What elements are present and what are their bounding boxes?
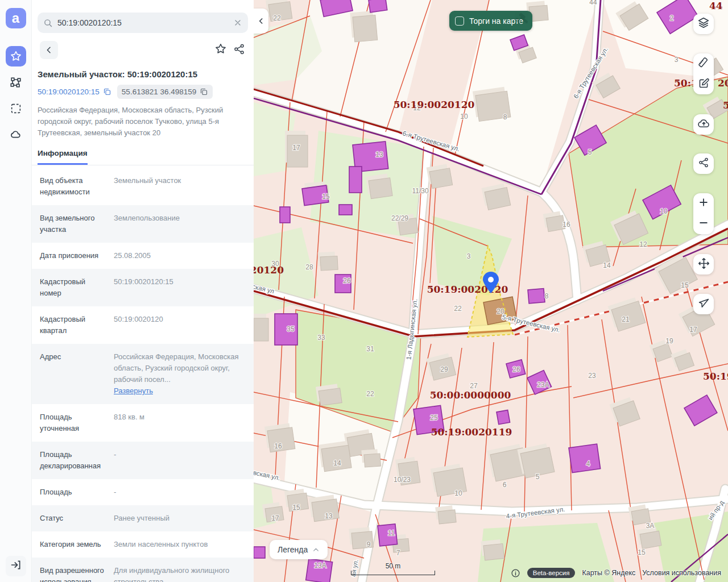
parcel-chips: 50:19:0020120:15 55.613821 36.498159 [38, 85, 248, 99]
info-row-label: Кадастровый номер [40, 276, 114, 299]
parcel-number: 15 [681, 281, 689, 289]
cadastral-quarter-label: 50:19:0020120 [394, 99, 475, 110]
logout-button[interactable] [6, 556, 26, 576]
polygon-tool-button[interactable] [6, 72, 26, 93]
info-row-value: Землепользование [114, 213, 246, 235]
select-area-tool-button[interactable] [6, 98, 26, 119]
building-capital [280, 207, 290, 223]
info-table-row: Адрес Российская Федерация, Московская о… [32, 344, 254, 404]
info-row-label: Вид разрешенного использования [40, 565, 114, 582]
info-row-label: Категория земель [40, 539, 114, 550]
parcel-number: 22 [454, 305, 462, 313]
parcel-number: 17 [689, 326, 697, 334]
parcel-number: 5 [588, 148, 592, 156]
coordinates-chip[interactable]: 55.613821 36.498159 [117, 85, 213, 99]
upload-control [693, 114, 714, 135]
back-button[interactable] [40, 41, 58, 59]
map-viewport[interactable]: 6-я Трутеевская ул.6-я Трутеевская ул.1-… [254, 0, 728, 582]
parcel-number: 33 [317, 334, 325, 342]
draw-edit-button[interactable] [693, 74, 714, 94]
trades-on-map-toggle[interactable]: Торги на карте [449, 11, 532, 31]
parcel-number: 7 [396, 549, 400, 557]
info-table-row: Вид земельного участка Землепользование [32, 205, 254, 243]
parcel-info-panel: Земельный участок: 50:19:0020120:15 50:1… [32, 0, 254, 582]
copy-icon[interactable] [103, 88, 111, 96]
info-row-label: Площадь декларированная [40, 449, 114, 472]
search-input[interactable] [57, 18, 233, 27]
parcel-number: 14 [333, 459, 341, 467]
parcel-number: 27 [470, 382, 478, 390]
map-copyright[interactable]: Карты © Яндекс [582, 569, 635, 577]
panel-header [40, 41, 248, 59]
parcel-number: 8 [545, 292, 549, 300]
share-icon [233, 43, 245, 57]
parcel-number: 16 [274, 442, 282, 450]
favorites-tool-button[interactable] [6, 46, 26, 66]
polygon-icon [10, 76, 22, 89]
cadastral-quarter-label: 5 [723, 99, 728, 111]
cloud-icon [10, 128, 22, 141]
building-capital [369, 0, 387, 13]
parcel-number: 29 [440, 365, 448, 373]
tab-bar: Информация [32, 148, 254, 165]
measure-draw-control [693, 53, 714, 94]
exit-icon [10, 559, 22, 573]
pan-button[interactable] [693, 254, 714, 275]
building-capital [254, 547, 265, 558]
cloud-upload-button[interactable] [693, 114, 714, 135]
star-icon [10, 50, 22, 63]
beta-badge[interactable]: Beta-версия [527, 568, 576, 578]
parcel-number: 44 [589, 0, 597, 6]
parcel-number: 22/29 [391, 214, 408, 222]
copy-icon[interactable] [200, 88, 208, 96]
info-row-label: Дата присвоения [40, 250, 114, 261]
parcel-number: 10 [460, 113, 468, 120]
parcel-number: 11/30 [412, 187, 428, 195]
search-icon [43, 18, 53, 28]
parcel-number: 13 [375, 151, 383, 159]
app-logo[interactable]: a [6, 8, 26, 28]
info-row-label: Адрес [40, 351, 114, 397]
info-icon[interactable] [511, 568, 520, 578]
my-location-button[interactable] [693, 294, 714, 314]
share-button[interactable] [230, 41, 248, 59]
layers-button[interactable] [693, 14, 714, 34]
parcel-number: 13А [314, 562, 326, 569]
cadastral-quarter-label: 50:19:0020119 [431, 426, 512, 438]
info-row-value: Для индивидуального жилищного строительс… [114, 565, 246, 582]
info-table: Вид объекта недвижимости Земельный участ… [32, 168, 254, 582]
cadastral-quarter-label: 20 [718, 77, 728, 89]
parcel-number: 10 [454, 489, 462, 497]
zoom-out-button[interactable] [693, 214, 714, 234]
cadastral-number-link[interactable]: 50:19:0020120:15 [38, 88, 111, 96]
info-table-row: Дата присвоения 25.08.2005 [32, 243, 254, 269]
info-table-row: Категория земель Земли населенных пункто… [32, 531, 254, 558]
ruler-icon [698, 57, 710, 71]
parcel-number: 25 [430, 414, 438, 422]
terms-of-use-link[interactable]: Условия использования [642, 569, 721, 577]
parcel-number: 5 [536, 473, 540, 481]
ruler-button[interactable] [693, 53, 714, 74]
info-row-value: 50:19:0020120:15 [114, 276, 246, 299]
locate-control [693, 294, 714, 314]
cadastral-quarter-label: 50:00:0000000 [430, 389, 511, 401]
share-map-button[interactable] [693, 153, 714, 174]
trades-checkbox[interactable] [455, 16, 464, 26]
building [350, 11, 377, 43]
expand-address-link[interactable]: Развернуть [114, 386, 153, 395]
chevron-up-icon [312, 546, 320, 554]
parcel-number: 10 [660, 207, 668, 215]
gavel-icon [512, 12, 531, 31]
zoom-in-button[interactable] [693, 193, 714, 214]
cloud-tool-button[interactable] [6, 124, 26, 145]
info-row-value: Российская Федерация, Московская область… [114, 351, 246, 397]
legend-button[interactable]: Легенда [270, 540, 328, 559]
tab-information[interactable]: Информация [38, 149, 88, 165]
cadastral-map[interactable]: 6-я Трутеевская ул.6-я Трутеевская ул.1-… [254, 0, 728, 582]
search-bar[interactable] [38, 13, 248, 33]
parcel-number: 15 [292, 504, 300, 512]
collapse-panel-button[interactable] [254, 9, 268, 34]
favorite-button[interactable] [212, 41, 230, 59]
parcel-title: Земельный участок: 50:19:0020120:15 [38, 69, 246, 79]
clear-search-icon[interactable] [233, 18, 242, 27]
